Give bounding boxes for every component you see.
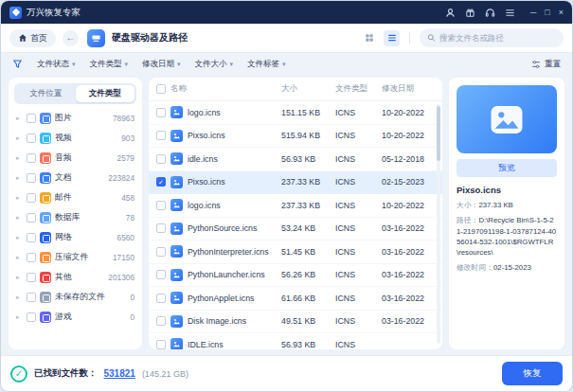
expand-caret-icon[interactable]: ▸ — [16, 313, 23, 321]
sidebar-item-checkbox[interactable] — [27, 114, 36, 123]
sidebar-item-checkbox[interactable] — [27, 213, 36, 223]
expand-caret-icon[interactable]: ▸ — [16, 174, 23, 182]
sliders-icon — [531, 60, 541, 69]
filter-file-size[interactable]: 文件大小▾ — [195, 59, 234, 70]
sidebar-item-checkbox[interactable] — [27, 233, 36, 242]
table-row[interactable]: PythonInterpreter.icns 51.45 KB ICNS 03-… — [149, 241, 442, 264]
expand-caret-icon[interactable]: ▸ — [16, 294, 23, 301]
sidebar-item[interactable]: ▸ 图片 78963 — [14, 108, 136, 128]
sidebar-item[interactable]: ▸ 文档 223824 — [14, 168, 136, 187]
sidebar-item[interactable]: ▸ 网络 6560 — [14, 227, 136, 247]
table-row[interactable]: logo.icns 237.33 KB ICNS 10-20-2022 — [149, 194, 442, 218]
sidebar-item[interactable]: ▸ 未保存的文件 0 — [14, 287, 136, 307]
sidebar-item[interactable]: ▸ 压缩文件 17150 — [14, 247, 136, 267]
search-input[interactable] — [439, 33, 556, 43]
filter-file-tag[interactable]: 文件标签▾ — [247, 59, 286, 70]
scrollbar[interactable] — [437, 104, 440, 344]
expand-caret-icon[interactable]: ▸ — [16, 115, 23, 122]
select-all-checkbox[interactable] — [156, 84, 166, 94]
close-icon[interactable]: × — [559, 9, 564, 17]
file-size: 56.93 KB — [281, 154, 331, 164]
file-icon — [170, 245, 183, 258]
tab-file-type[interactable]: 文件类型 — [76, 85, 135, 102]
table-row[interactable]: Disk Image.icns 49.51 KB ICNS 03-16-2022 — [149, 311, 442, 334]
menu-icon[interactable] — [505, 8, 515, 18]
row-checkbox[interactable] — [156, 340, 166, 349]
search-box[interactable] — [420, 28, 564, 47]
found-count[interactable]: 531821 — [104, 368, 135, 379]
tab-file-location[interactable]: 文件位置 — [16, 85, 76, 102]
filter-modified-date[interactable]: 修改日期▾ — [142, 59, 181, 70]
row-checkbox[interactable] — [156, 154, 166, 164]
filter-file-type[interactable]: 文件类型▾ — [90, 59, 129, 70]
support-icon[interactable] — [485, 8, 495, 18]
table-row[interactable]: logo.icns 151.15 KB ICNS 10-20-2022 — [149, 101, 442, 125]
sidebar-item-checkbox[interactable] — [27, 273, 36, 282]
row-checkbox[interactable] — [156, 247, 166, 257]
back-button[interactable]: ← — [63, 30, 79, 46]
scrollbar-thumb[interactable] — [437, 106, 440, 161]
expand-caret-icon[interactable]: ▸ — [16, 254, 23, 261]
row-checkbox[interactable] — [156, 223, 166, 233]
drive-icon — [87, 29, 105, 47]
row-checkbox[interactable] — [156, 131, 166, 140]
header-size[interactable]: 大小 — [281, 83, 331, 95]
table-row[interactable]: PythonSource.icns 53.24 KB ICNS 03-16-20… — [149, 218, 442, 241]
sidebar-item[interactable]: ▸ 邮件 458 — [14, 187, 136, 207]
sidebar-item-checkbox[interactable] — [27, 134, 36, 143]
minimize-icon[interactable]: ─ — [530, 9, 536, 17]
filter-file-status[interactable]: 文件状态▾ — [37, 59, 76, 70]
recover-button[interactable]: 恢复 — [502, 362, 563, 385]
file-size: 56.93 KB — [281, 340, 331, 349]
page-title: 硬盘驱动器及路径 — [112, 31, 188, 45]
funnel-icon[interactable] — [12, 59, 23, 71]
row-checkbox[interactable] — [156, 108, 166, 117]
table-row[interactable]: Pixso.icns 515.94 KB ICNS 10-20-2022 — [149, 125, 442, 149]
sidebar-item-checkbox[interactable] — [27, 153, 36, 163]
header-type[interactable]: 文件类型 — [335, 83, 377, 95]
expand-caret-icon[interactable]: ▸ — [16, 234, 23, 241]
row-checkbox[interactable] — [156, 294, 166, 303]
file-name: Pixso.icns — [188, 177, 277, 187]
status-bar: ✓ 已找到文件数： 531821 (145.21 GB) 恢复 — [1, 355, 572, 391]
maximize-icon[interactable]: □ — [545, 9, 549, 17]
sidebar-item[interactable]: ▸ 其他 201306 — [14, 267, 136, 287]
expand-caret-icon[interactable]: ▸ — [16, 274, 23, 281]
header-name[interactable]: 名称 — [170, 83, 277, 95]
sidebar-item-label: 音频 — [55, 152, 114, 164]
sidebar-item-checkbox[interactable] — [27, 253, 36, 262]
row-checkbox[interactable] — [156, 316, 166, 326]
gift-icon[interactable] — [465, 8, 475, 18]
row-checkbox[interactable] — [156, 270, 166, 279]
sidebar-item-checkbox[interactable] — [27, 293, 36, 302]
grid-view-icon[interactable] — [361, 30, 377, 46]
sidebar-item-checkbox[interactable] — [27, 312, 36, 322]
sidebar-item[interactable]: ▸ 数据库 78 — [14, 207, 136, 227]
row-checkbox[interactable] — [156, 201, 166, 210]
account-icon[interactable] — [445, 8, 456, 18]
sidebar-item-checkbox[interactable] — [27, 193, 36, 203]
expand-caret-icon[interactable]: ▸ — [16, 214, 23, 222]
table-row[interactable]: PythonLauncher.icns 56.26 KB ICNS 03-16-… — [149, 264, 442, 288]
preview-button[interactable]: 预览 — [457, 159, 557, 177]
reset-button[interactable]: 重置 — [531, 59, 561, 70]
expand-caret-icon[interactable]: ▸ — [16, 134, 23, 142]
table-row[interactable]: PythonApplet.icns 61.66 KB ICNS 03-16-20… — [149, 287, 442, 311]
table-row[interactable]: Pixso.icns 237.33 KB ICNS 02-15-2023 — [149, 171, 442, 195]
home-button[interactable]: 首页 — [9, 29, 56, 47]
table-row[interactable]: idle.icns 56.93 KB ICNS 05-12-2018 — [149, 148, 442, 171]
sidebar-item[interactable]: ▸ 游戏 0 — [14, 307, 136, 327]
file-size: 51.45 KB — [281, 247, 331, 257]
file-category-icon — [40, 232, 51, 243]
expand-caret-icon[interactable]: ▸ — [16, 194, 23, 202]
table-row[interactable]: IDLE.icns 56.93 KB ICNS — [149, 333, 442, 349]
expand-caret-icon[interactable]: ▸ — [16, 154, 23, 162]
row-checkbox[interactable] — [156, 177, 166, 187]
sidebar-item-checkbox[interactable] — [27, 173, 36, 183]
sidebar-item-count: 78963 — [113, 114, 134, 123]
sidebar-item[interactable]: ▸ 音频 2579 — [14, 148, 136, 168]
file-date: 03-16-2022 — [382, 270, 435, 279]
header-date[interactable]: 修改日期 — [382, 83, 435, 95]
sidebar-item[interactable]: ▸ 视频 903 — [14, 128, 136, 148]
list-view-icon[interactable] — [384, 30, 400, 46]
